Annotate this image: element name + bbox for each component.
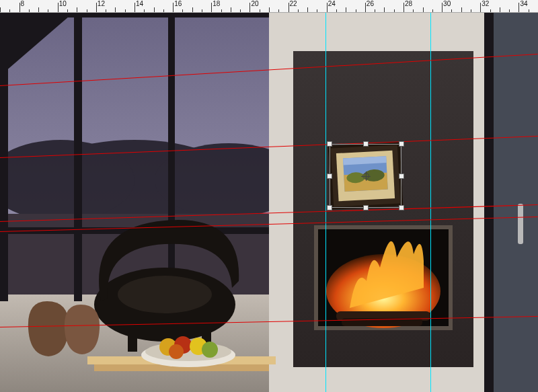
svg-point-35	[169, 344, 184, 359]
transform-handle-se[interactable]	[399, 205, 404, 210]
ruler-tick	[240, 9, 241, 12]
vertical-guide[interactable]	[430, 12, 431, 392]
ruler-tick-major	[404, 3, 404, 12]
svg-point-26	[118, 276, 212, 313]
ruler-tick	[336, 9, 337, 12]
ruler-tick	[154, 7, 155, 12]
ruler-label: 20	[251, 0, 258, 7]
horizontal-ruler[interactable]: 810121416182022242628303234	[0, 0, 538, 13]
ruler-tick	[87, 9, 87, 12]
ruler-tick	[38, 7, 39, 12]
ruler-tick	[298, 9, 299, 12]
ruler-tick-major	[96, 3, 97, 12]
ruler-tick	[260, 9, 260, 12]
ruler-tick	[432, 9, 433, 12]
ruler-tick	[125, 9, 126, 12]
ruler-tick	[490, 9, 491, 12]
ruler-tick	[317, 9, 317, 12]
ruler-tick	[202, 9, 202, 12]
transform-handle-ne[interactable]	[399, 141, 404, 147]
ruler-label: 22	[290, 0, 297, 7]
ruler-label: 24	[328, 0, 336, 7]
ruler-tick-major	[480, 3, 481, 12]
ruler-tick	[231, 7, 231, 12]
ruler-label: 32	[482, 0, 489, 7]
ruler-tick	[346, 7, 346, 12]
vertical-guide[interactable]	[325, 12, 326, 392]
ruler-tick	[500, 7, 500, 12]
ruler-tick	[163, 9, 164, 12]
ruler-tick	[48, 9, 48, 12]
ruler-tick	[423, 7, 424, 12]
ruler-tick	[509, 9, 510, 12]
ruler-tick-major	[58, 3, 59, 12]
svg-rect-21	[484, 12, 494, 392]
svg-rect-22	[518, 204, 523, 244]
transform-handle-nw[interactable]	[327, 141, 332, 147]
ruler-label: 34	[520, 0, 527, 7]
ruler-tick	[375, 9, 375, 12]
ruler-label: 14	[136, 0, 143, 7]
ruler-tick	[307, 7, 308, 12]
ruler-tick	[67, 9, 68, 12]
ruler-label: 18	[213, 0, 220, 7]
ruler-tick-major	[211, 3, 212, 12]
ruler-tick-major	[20, 3, 20, 12]
ruler-label: 28	[405, 0, 412, 7]
ruler-tick	[529, 9, 529, 12]
ruler-tick	[451, 9, 452, 12]
ruler-tick	[278, 9, 279, 12]
ruler-tick	[0, 7, 1, 12]
ruler-tick-major	[289, 3, 289, 12]
ruler-tick-major	[173, 3, 174, 12]
transform-handle-n[interactable]	[363, 141, 369, 147]
transform-handle-sw[interactable]	[327, 205, 332, 210]
ruler-tick-major	[249, 3, 250, 12]
editor-viewport: 810121416182022242628303234	[0, 0, 538, 392]
svg-point-34	[202, 342, 218, 358]
ruler-tick	[9, 9, 10, 12]
svg-rect-10	[168, 12, 175, 301]
ruler-tick-major	[365, 3, 366, 12]
ruler-tick	[221, 9, 222, 12]
ruler-tick-major	[327, 3, 328, 12]
svg-rect-9	[74, 12, 82, 301]
ruler-tick	[115, 7, 116, 12]
ruler-tick	[106, 9, 106, 12]
ruler-tick-major	[518, 3, 519, 12]
transform-handle-s[interactable]	[363, 205, 369, 210]
transform-center-point[interactable]	[361, 171, 371, 181]
ruler-tick	[461, 7, 462, 12]
ruler-label: 12	[98, 0, 105, 7]
ruler-label: 16	[174, 0, 182, 7]
ruler-label: 10	[59, 0, 67, 7]
ruler-tick	[269, 7, 270, 12]
ruler-tick	[182, 9, 183, 12]
ruler-tick	[29, 9, 30, 12]
svg-rect-24	[128, 325, 137, 352]
ruler-label: 26	[367, 0, 374, 7]
ruler-tick	[384, 7, 385, 12]
document-canvas[interactable]	[0, 12, 538, 392]
transform-handle-w[interactable]	[327, 173, 332, 179]
ruler-tick-major	[134, 3, 135, 12]
ruler-tick	[356, 9, 356, 12]
ruler-tick-major	[442, 3, 443, 12]
free-transform-selection[interactable]	[330, 144, 401, 208]
ruler-tick	[192, 7, 193, 12]
ruler-tick	[413, 9, 414, 12]
ruler-tick	[471, 9, 471, 12]
ruler-tick	[144, 9, 145, 12]
ruler-label: 8	[21, 0, 25, 7]
transform-handle-e[interactable]	[399, 173, 404, 179]
ruler-tick	[77, 7, 77, 12]
ruler-label: 30	[443, 0, 451, 7]
ruler-tick	[394, 9, 395, 12]
